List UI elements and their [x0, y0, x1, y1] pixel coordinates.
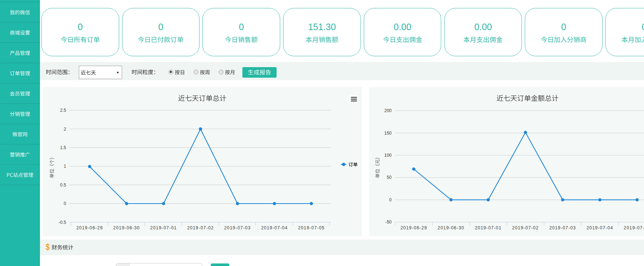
- svg-text:-50: -50: [385, 220, 392, 225]
- svg-text:2: 2: [64, 127, 66, 132]
- svg-text:2019-07-04: 2019-07-04: [586, 225, 613, 230]
- svg-text:2019-07-04: 2019-07-04: [261, 225, 287, 230]
- svg-text:1: 1: [64, 164, 66, 169]
- svg-text:2019-06-30: 2019-06-30: [438, 225, 464, 230]
- svg-text:2019-07-05: 2019-07-05: [298, 225, 325, 230]
- svg-text:2019-06-29: 2019-06-29: [400, 225, 427, 230]
- svg-text:1.5: 1.5: [60, 145, 66, 150]
- svg-text:2019-07-05: 2019-07-05: [624, 225, 644, 230]
- svg-text:200: 200: [384, 108, 391, 113]
- svg-text:0.5: 0.5: [60, 183, 66, 188]
- svg-text:150: 150: [384, 131, 391, 136]
- svg-text:0: 0: [64, 201, 66, 206]
- svg-text:2.5: 2.5: [60, 108, 66, 113]
- svg-text:2019-07-01: 2019-07-01: [150, 225, 177, 230]
- svg-text:2019-07-03: 2019-07-03: [224, 225, 251, 230]
- svg-text:-0.5: -0.5: [59, 220, 66, 225]
- svg-text:2019-06-30: 2019-06-30: [113, 225, 140, 230]
- svg-text:2019-06-29: 2019-06-29: [76, 225, 103, 230]
- svg-text:2019-07-01: 2019-07-01: [475, 225, 501, 230]
- svg-text:2019-07-03: 2019-07-03: [549, 225, 576, 230]
- svg-text:0: 0: [389, 197, 391, 202]
- svg-text:2019-07-02: 2019-07-02: [512, 225, 539, 230]
- svg-text:50: 50: [387, 175, 392, 180]
- svg-text:2019-07-02: 2019-07-02: [187, 225, 214, 230]
